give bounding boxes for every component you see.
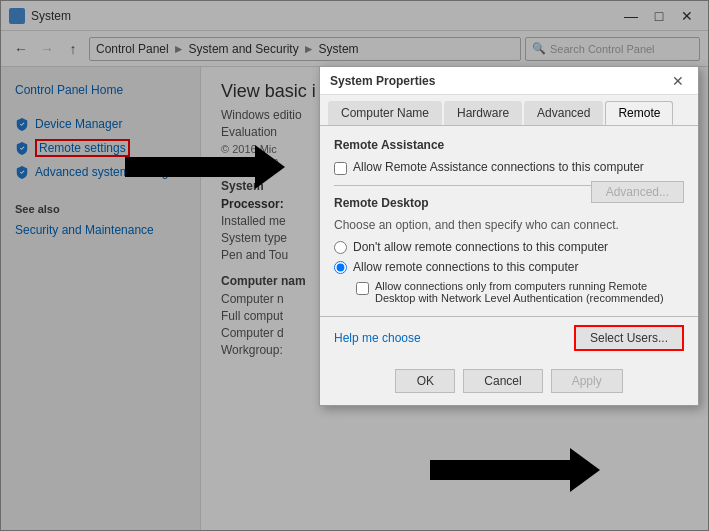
- no-connections-label: Don't allow remote connections to this c…: [353, 240, 608, 254]
- apply-button[interactable]: Apply: [551, 369, 623, 393]
- allow-connections-label: Allow remote connections to this compute…: [353, 260, 578, 274]
- allow-connections-radio[interactable]: [334, 261, 347, 274]
- remote-assistance-title: Remote Assistance: [334, 138, 684, 152]
- select-users-button[interactable]: Select Users...: [574, 325, 684, 351]
- divider: [334, 185, 591, 186]
- dialog-footer: Help me choose Select Users...: [320, 316, 698, 361]
- allow-connections-row: Allow remote connections to this compute…: [334, 260, 684, 274]
- allow-assistance-row: Allow Remote Assistance connections to t…: [334, 160, 684, 175]
- dialog-actions: OK Cancel Apply: [320, 361, 698, 405]
- nla-row: Allow connections only from computers ru…: [356, 280, 684, 304]
- ra-advanced-button[interactable]: Advanced...: [591, 181, 684, 203]
- help-me-choose-link[interactable]: Help me choose: [334, 331, 421, 345]
- tab-advanced[interactable]: Advanced: [524, 101, 603, 125]
- dialog-overlay: System Properties ✕ Computer Name Hardwa…: [0, 0, 709, 531]
- ok-button[interactable]: OK: [395, 369, 455, 393]
- no-connections-radio[interactable]: [334, 241, 347, 254]
- nla-section: Allow connections only from computers ru…: [356, 280, 684, 304]
- no-connections-row: Don't allow remote connections to this c…: [334, 240, 684, 254]
- dialog-tabs: Computer Name Hardware Advanced Remote: [320, 95, 698, 126]
- choose-option-text: Choose an option, and then specify who c…: [334, 218, 684, 232]
- dialog-title: System Properties: [330, 74, 435, 88]
- allow-assistance-checkbox[interactable]: [334, 162, 347, 175]
- allow-assistance-label: Allow Remote Assistance connections to t…: [353, 160, 644, 174]
- nla-label: Allow connections only from computers ru…: [375, 280, 684, 304]
- tab-remote[interactable]: Remote: [605, 101, 673, 125]
- dialog-close-button[interactable]: ✕: [668, 71, 688, 91]
- dialog-title-bar: System Properties ✕: [320, 67, 698, 95]
- nla-checkbox[interactable]: [356, 282, 369, 295]
- cancel-button[interactable]: Cancel: [463, 369, 542, 393]
- system-properties-dialog: System Properties ✕ Computer Name Hardwa…: [319, 66, 699, 406]
- tab-hardware[interactable]: Hardware: [444, 101, 522, 125]
- dialog-body: Remote Assistance Allow Remote Assistanc…: [320, 126, 698, 316]
- tab-computer-name[interactable]: Computer Name: [328, 101, 442, 125]
